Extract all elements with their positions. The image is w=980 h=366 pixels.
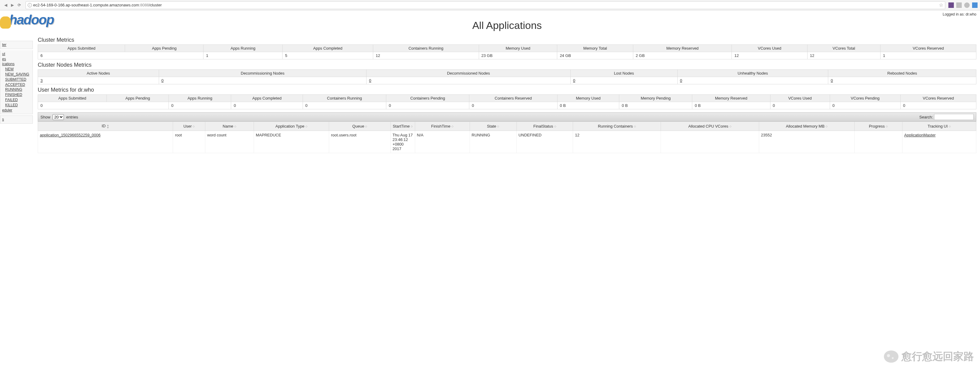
lost-nodes-link[interactable]: 0: [573, 78, 575, 83]
cell: 1: [880, 52, 976, 59]
url-port: :8088: [139, 3, 149, 7]
logo-text: hadoop: [9, 12, 54, 27]
sort-icon: ◇: [451, 125, 453, 128]
rebooted-link[interactable]: 0: [830, 78, 833, 83]
extension-icon[interactable]: [972, 2, 978, 8]
cell-state: RUNNING: [469, 131, 517, 153]
col-header-start[interactable]: StartTime◇: [391, 122, 415, 131]
sidebar-item-state[interactable]: FINISHED: [5, 92, 31, 97]
sidebar-item-about[interactable]: ut: [2, 51, 31, 57]
cell-final: UNDEFINED: [517, 131, 573, 153]
sidebar-item-state[interactable]: KILLED: [5, 102, 31, 108]
col-header: Memory Reserved: [633, 45, 732, 52]
sidebar-item-state[interactable]: SUBMITTED: [5, 77, 31, 82]
cell: 12: [373, 52, 479, 59]
table-row: 3 0 0 0 0 0: [38, 77, 976, 84]
col-header-mem[interactable]: Allocated Memory MB◇: [759, 122, 854, 131]
extension-icon[interactable]: [964, 2, 970, 8]
sidebar-item-state[interactable]: NEW_SAVING: [5, 72, 31, 77]
active-nodes-link[interactable]: 3: [40, 78, 43, 83]
col-header-tracking[interactable]: Tracking UI◇: [902, 122, 976, 131]
unhealthy-link[interactable]: 0: [680, 78, 682, 83]
cell: 12: [732, 52, 807, 59]
sidebar-item-applications[interactable]: ications: [2, 61, 31, 67]
bookmark-star-icon[interactable]: ☆: [939, 2, 943, 8]
cell-id: application_1502966552259_0006: [38, 131, 173, 153]
cluster-metrics-table: Apps Submitted Apps Pending Apps Running…: [38, 45, 976, 59]
cell: 6: [38, 52, 204, 59]
col-header-finish[interactable]: FinishTime◇: [415, 122, 469, 131]
entries-select[interactable]: 20: [52, 114, 64, 120]
cell: 0: [677, 77, 828, 84]
extension-icon[interactable]: [956, 2, 962, 8]
cell: 0 B: [692, 102, 770, 109]
extension-icon[interactable]: [948, 2, 954, 8]
cell: 0: [830, 102, 900, 109]
col-header-id[interactable]: ID▲▼: [38, 122, 173, 131]
decommissioned-link[interactable]: 0: [369, 78, 371, 83]
cell-type: MAPREDUCE: [254, 131, 329, 153]
cell-mem: 23552: [759, 131, 854, 153]
search-box: Search:: [920, 114, 974, 120]
table-row: application_1502966552259_0006 root word…: [38, 131, 976, 153]
sidebar-item-state[interactable]: FAILED: [5, 97, 31, 102]
col-header-final[interactable]: FinalStatus◇: [517, 122, 573, 131]
col-header: Decommissioning Nodes: [159, 70, 366, 77]
col-header-queue[interactable]: Queue◇: [329, 122, 391, 131]
sidebar-item-state[interactable]: NEW: [5, 67, 31, 72]
col-header-name[interactable]: Name◇: [205, 122, 254, 131]
col-header-cpu[interactable]: Allocated CPU VCores◇: [661, 122, 759, 131]
sidebar-item-cluster[interactable]: ter: [2, 42, 31, 48]
col-header: Containers Pending: [386, 95, 469, 102]
back-button[interactable]: ◀: [2, 2, 9, 8]
app-id-link[interactable]: application_1502966552259_0006: [40, 133, 101, 137]
col-header-user[interactable]: User◇: [173, 122, 205, 131]
sidebar-item-state[interactable]: RUNNING: [5, 87, 31, 92]
cell: 0: [159, 77, 366, 84]
cell: 1: [204, 52, 283, 59]
cell: 0: [469, 102, 557, 109]
cell-start: Thu Aug 17 23:46:12 +0800 2017: [391, 131, 415, 153]
col-header: Memory Total: [557, 45, 633, 52]
info-icon[interactable]: i: [28, 3, 32, 7]
user-metrics-table: Apps Submitted Apps Pending Apps Running…: [38, 94, 976, 109]
cell: 23 GB: [479, 52, 557, 59]
col-header-state[interactable]: State◇: [469, 122, 517, 131]
forward-button[interactable]: ▶: [9, 2, 16, 8]
sidebar-item-state[interactable]: ACCEPTED: [5, 82, 31, 87]
section-cluster-metrics: Cluster Metrics: [38, 37, 976, 43]
sort-icon: ◇: [554, 125, 556, 128]
cell: 0: [231, 102, 303, 109]
col-header: Memory Pending: [619, 95, 692, 102]
cell: 0: [386, 102, 469, 109]
col-header: Apps Submitted: [38, 95, 107, 102]
search-input[interactable]: [934, 114, 974, 120]
cell: 0: [900, 102, 976, 109]
col-header: Apps Running: [204, 45, 283, 52]
col-header: VCores Reserved: [880, 45, 976, 52]
sort-icon: ◇: [634, 125, 636, 128]
reload-button[interactable]: ⟳: [16, 2, 22, 8]
decommissioning-link[interactable]: 0: [162, 78, 164, 83]
sidebar-item-scheduler[interactable]: eduler: [2, 108, 31, 113]
col-header-progress[interactable]: Progress◇: [854, 122, 902, 131]
sidebar-item-tools[interactable]: s: [2, 117, 31, 122]
datatable-controls: Show 20 entries Search:: [38, 112, 976, 121]
entries-selector: Show 20 entries: [40, 114, 78, 120]
sort-icon: ▲▼: [107, 124, 109, 129]
sidebar-item-nodes[interactable]: es: [2, 57, 31, 62]
section-nodes-metrics: Cluster Nodes Metrics: [38, 62, 976, 68]
sidebar-cluster: ter: [0, 41, 33, 49]
url-bar[interactable]: i ec2-54-169-0-166.ap-southeast-1.comput…: [25, 1, 945, 9]
col-header: Apps Completed: [231, 95, 303, 102]
col-header-containers[interactable]: Running Containers◇: [573, 122, 661, 131]
sort-icon: ◇: [410, 125, 413, 128]
col-header-type[interactable]: Application Type◇: [254, 122, 329, 131]
hadoop-logo[interactable]: hadoop: [0, 12, 54, 27]
sidebar: ter ut es ications NEW NEW_SAVING SUBMIT…: [0, 10, 33, 159]
col-header: Apps Completed: [283, 45, 373, 52]
cell-containers: 12: [573, 131, 661, 153]
sort-icon: ◇: [234, 125, 236, 128]
tracking-link[interactable]: ApplicationMaster: [904, 133, 935, 137]
cell: 0 B: [619, 102, 692, 109]
